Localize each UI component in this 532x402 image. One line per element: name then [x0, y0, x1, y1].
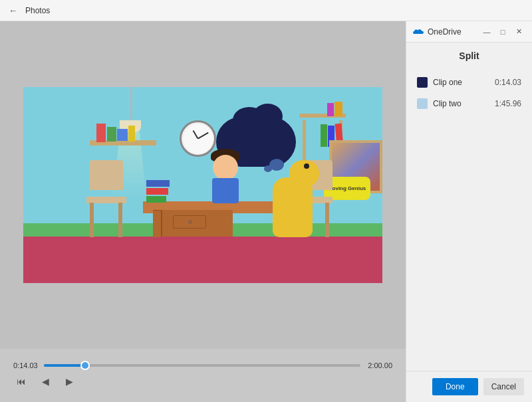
- timeline-track[interactable]: [44, 364, 360, 367]
- scene: Roving Genius: [23, 87, 382, 283]
- desk-leg-left: [153, 211, 161, 237]
- timeline-thumb[interactable]: [80, 361, 90, 370]
- bookshelf-book-5: [327, 103, 334, 116]
- clock-minute-hand: [198, 132, 208, 139]
- title-bar: ← Photos: [0, 0, 532, 21]
- app-title: Photos: [25, 6, 50, 15]
- minimize-button[interactable]: —: [480, 25, 493, 39]
- left-panel: Roving Genius: [0, 21, 406, 402]
- onedrive-title: OneDrive: [428, 27, 476, 37]
- timeline-progress: [44, 364, 85, 367]
- split-header: Split: [406, 43, 532, 66]
- clip-color-1: [417, 77, 428, 88]
- floor-red: [23, 237, 382, 283]
- desk-book-2: [146, 188, 168, 195]
- current-time: 0:14.03: [13, 361, 39, 369]
- clip-duration-2: 1:45.96: [495, 99, 521, 108]
- total-time: 2:00.00: [366, 361, 392, 369]
- controls-bar: 0:14.03 2:00.00 ⏮ ◀ ▶: [0, 349, 406, 402]
- thought-bubble-small-2: [264, 165, 272, 172]
- dino-body: [273, 177, 313, 237]
- bookshelf-book-4: [334, 102, 342, 116]
- bookshelf-book-3: [321, 124, 327, 147]
- clock: [180, 120, 216, 157]
- clock-face: [183, 124, 213, 153]
- book-stack: [146, 180, 170, 203]
- shelf-item-4: [128, 126, 135, 142]
- desk-book-1: [146, 180, 170, 187]
- done-button[interactable]: Done: [432, 378, 478, 395]
- panel-footer: Done Cancel: [406, 371, 532, 402]
- video-frame[interactable]: Roving Genius: [23, 87, 382, 283]
- desk-book-3: [146, 196, 166, 203]
- cancel-button[interactable]: Cancel: [483, 378, 524, 395]
- right-panel: OneDrive — □ ✕ Split Clip one 0:14.03: [406, 21, 532, 402]
- desk-knob: [188, 220, 192, 224]
- chair-left-back: [90, 160, 123, 190]
- rewind-button[interactable]: ⏮: [13, 373, 29, 389]
- boy-body: [212, 178, 239, 203]
- playback-controls: ⏮ ◀ ▶: [13, 373, 392, 389]
- clip-color-2: [417, 98, 428, 109]
- timeline-row: 0:14.03 2:00.00: [13, 361, 392, 369]
- clip-name-1: Clip one: [433, 78, 489, 87]
- boy-head: [213, 155, 238, 180]
- shelf-item-3: [117, 129, 128, 141]
- play-back-button[interactable]: ◀: [37, 373, 53, 389]
- video-container: Roving Genius: [0, 21, 406, 349]
- clip-duration-1: 0:14.03: [495, 78, 521, 87]
- window-controls: — □ ✕: [480, 25, 525, 39]
- clip-name-2: Clip two: [433, 99, 489, 108]
- clip-item-1[interactable]: Clip one 0:14.03: [414, 72, 524, 93]
- main-layout: Roving Genius: [0, 21, 532, 402]
- clip-item-2[interactable]: Clip two 1:45.96: [414, 93, 524, 114]
- shelf-item-1: [96, 124, 106, 142]
- shelf-item-2: [107, 127, 116, 142]
- play-button[interactable]: ▶: [61, 373, 77, 389]
- chair-left-leg-2: [118, 203, 122, 237]
- logo-text: Roving Genius: [329, 185, 366, 192]
- maximize-button[interactable]: □: [496, 25, 509, 39]
- close-button[interactable]: ✕: [512, 25, 525, 39]
- onedrive-header: OneDrive — □ ✕: [406, 21, 532, 43]
- clip-list: Clip one 0:14.03 Clip two 1:45.96: [406, 66, 532, 371]
- dino-eye: [304, 163, 309, 169]
- onedrive-logo-icon: [413, 27, 424, 37]
- chair-right-leg-1: [325, 203, 329, 237]
- chair-left-leg-1: [90, 203, 94, 237]
- back-button[interactable]: ←: [5, 3, 21, 19]
